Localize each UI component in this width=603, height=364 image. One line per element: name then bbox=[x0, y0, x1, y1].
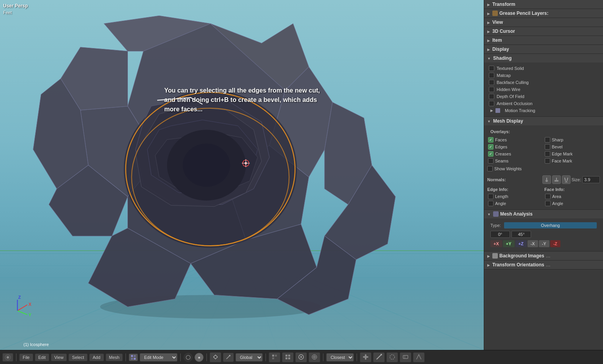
axis-y-neg-btn[interactable]: -Y bbox=[539, 240, 549, 247]
transform-orient-header[interactable]: Transform Orientations … bbox=[484, 261, 603, 269]
svg-point-92 bbox=[380, 354, 382, 355]
mode-select[interactable]: Edit Mode Object Mode Sculpt Mode bbox=[140, 353, 178, 362]
face-normals-btn[interactable] bbox=[552, 175, 561, 184]
cursor-header[interactable]: 3D Cursor bbox=[484, 27, 603, 36]
overlay-faces[interactable]: Faces bbox=[487, 136, 543, 143]
obj-ops-1[interactable] bbox=[269, 352, 280, 362]
face-mark-label: Face Mark bbox=[552, 159, 572, 163]
snap-select[interactable]: Closest Center Median Active bbox=[326, 353, 354, 362]
background-images-header[interactable]: Background Images … bbox=[484, 252, 603, 260]
sharp-checkbox[interactable] bbox=[545, 137, 550, 143]
edge-length-checkbox[interactable] bbox=[488, 194, 494, 199]
tool-btn-4[interactable] bbox=[400, 352, 411, 362]
edge-angle-checkbox[interactable] bbox=[488, 201, 494, 206]
vertex-normals-btn[interactable] bbox=[542, 175, 551, 184]
separator-1 bbox=[16, 353, 16, 361]
section-transform-orientations: Transform Orientations … bbox=[484, 261, 603, 269]
file-menu[interactable]: File bbox=[19, 353, 33, 361]
hidden-wire-label: Hidden Wire bbox=[497, 87, 520, 92]
mesh-menu[interactable]: Mesh bbox=[106, 353, 123, 361]
overlay-face-mark[interactable]: Face Mark bbox=[544, 157, 600, 164]
shading-matcap[interactable]: Matcap bbox=[487, 72, 600, 79]
grease-pencil-icon bbox=[492, 11, 498, 16]
tool-btn-5[interactable] bbox=[413, 352, 425, 362]
ambient-occlusion-checkbox[interactable] bbox=[489, 101, 494, 106]
overlay-edges[interactable]: Edges bbox=[487, 143, 543, 150]
face-area-row[interactable]: Area bbox=[544, 193, 600, 200]
grease-pencil-header[interactable]: Grease Pencil Layers: bbox=[484, 9, 603, 18]
axis-x-pos-btn[interactable]: +X bbox=[490, 240, 502, 247]
tool-btn-2[interactable] bbox=[373, 352, 385, 362]
render-menu[interactable]: Edit bbox=[35, 353, 49, 361]
view-header[interactable]: View bbox=[484, 18, 603, 27]
edge-mark-checkbox[interactable] bbox=[545, 151, 550, 157]
obj-ops-2[interactable] bbox=[282, 352, 294, 362]
svg-text:X: X bbox=[29, 302, 32, 307]
solid-btn[interactable]: ● bbox=[194, 353, 204, 362]
shading-depth-of-field[interactable]: Depth Of Field bbox=[487, 93, 600, 100]
snap-icon-btn[interactable] bbox=[295, 352, 307, 362]
tool-btn-1[interactable] bbox=[360, 352, 371, 362]
transform-orient-select[interactable]: Global Local Normal bbox=[235, 353, 263, 362]
motion-tracking-row[interactable]: Motion Tracking bbox=[487, 107, 600, 114]
face-angle-checkbox[interactable] bbox=[545, 201, 551, 206]
face-mark-checkbox[interactable] bbox=[545, 158, 550, 164]
creases-checkbox[interactable] bbox=[488, 151, 494, 157]
face-area-checkbox[interactable] bbox=[545, 194, 551, 199]
overlay-bevel[interactable]: Bevel bbox=[544, 143, 600, 150]
view-menu[interactable]: View bbox=[51, 353, 67, 361]
svg-rect-81 bbox=[288, 355, 290, 357]
mesh-analysis-icon bbox=[493, 211, 499, 217]
faces-checkbox[interactable] bbox=[488, 137, 494, 143]
wireframe-btn[interactable]: ◯ bbox=[183, 353, 193, 362]
shading-textured-solid[interactable]: Textured Solid bbox=[487, 65, 600, 72]
mesh-analysis-header[interactable]: Mesh Analysis bbox=[484, 210, 603, 218]
item-header[interactable]: Item bbox=[484, 36, 603, 45]
tool-btn-3[interactable] bbox=[386, 352, 398, 362]
range-min-input[interactable] bbox=[490, 231, 510, 238]
overlay-creases[interactable]: Creases bbox=[487, 150, 543, 157]
svg-line-10 bbox=[242, 251, 484, 350]
axis-y-pos-btn[interactable]: +Y bbox=[503, 240, 515, 247]
type-value[interactable]: Overhang bbox=[504, 222, 597, 228]
seams-checkbox[interactable] bbox=[488, 158, 494, 164]
axis-z-pos-btn[interactable]: +Z bbox=[515, 240, 527, 247]
overlay-edge-mark[interactable]: Edge Mark bbox=[544, 150, 600, 157]
overlay-seams[interactable]: Seams bbox=[487, 157, 543, 164]
sharp-label: Sharp bbox=[552, 137, 563, 142]
shading-backface-culling[interactable]: Backface Culling bbox=[487, 79, 600, 86]
depth-of-field-checkbox[interactable] bbox=[489, 94, 494, 99]
engine-btn[interactable] bbox=[2, 353, 13, 362]
backface-culling-checkbox[interactable] bbox=[489, 80, 494, 85]
mode-icon[interactable] bbox=[129, 353, 138, 361]
range-max-input[interactable] bbox=[511, 231, 531, 238]
edges-checkbox[interactable] bbox=[488, 144, 494, 150]
add-menu[interactable]: Add bbox=[89, 353, 104, 361]
bevel-checkbox[interactable] bbox=[545, 144, 550, 150]
shading-ambient-occlusion[interactable]: Ambient Occlusion bbox=[487, 100, 600, 107]
display-header[interactable]: Display bbox=[484, 45, 603, 54]
transform-orient-btn[interactable] bbox=[223, 353, 234, 362]
textured-solid-checkbox[interactable] bbox=[489, 66, 494, 71]
svg-line-18 bbox=[242, 251, 318, 350]
edge-length-row[interactable]: Length bbox=[487, 193, 543, 200]
mesh-display-header[interactable]: Mesh Display bbox=[484, 117, 603, 125]
axis-z-neg-btn[interactable]: -Z bbox=[550, 240, 560, 247]
hidden-wire-checkbox[interactable] bbox=[489, 87, 494, 92]
normals-size-input[interactable] bbox=[582, 176, 600, 183]
proportional-btn[interactable] bbox=[309, 352, 320, 362]
transform-header[interactable]: Transform bbox=[484, 0, 603, 9]
split-normals-btn[interactable] bbox=[562, 175, 571, 184]
overlay-show-weights[interactable]: Show Weights bbox=[487, 165, 600, 172]
viewport[interactable]: X Y Z User Persp Feet You can try select… bbox=[0, 0, 484, 350]
shading-header[interactable]: Shading bbox=[484, 54, 603, 62]
overlay-sharp[interactable]: Sharp bbox=[544, 136, 600, 143]
select-menu[interactable]: Select bbox=[68, 353, 88, 361]
face-angle-row[interactable]: Angle bbox=[544, 200, 600, 207]
edge-angle-row[interactable]: Angle bbox=[487, 200, 543, 207]
pivot-btn[interactable] bbox=[210, 352, 221, 362]
shading-hidden-wire[interactable]: Hidden Wire bbox=[487, 86, 600, 93]
matcap-checkbox[interactable] bbox=[489, 73, 494, 78]
axis-x-neg-btn[interactable]: -X bbox=[528, 240, 538, 247]
show-weights-checkbox[interactable] bbox=[487, 166, 493, 171]
